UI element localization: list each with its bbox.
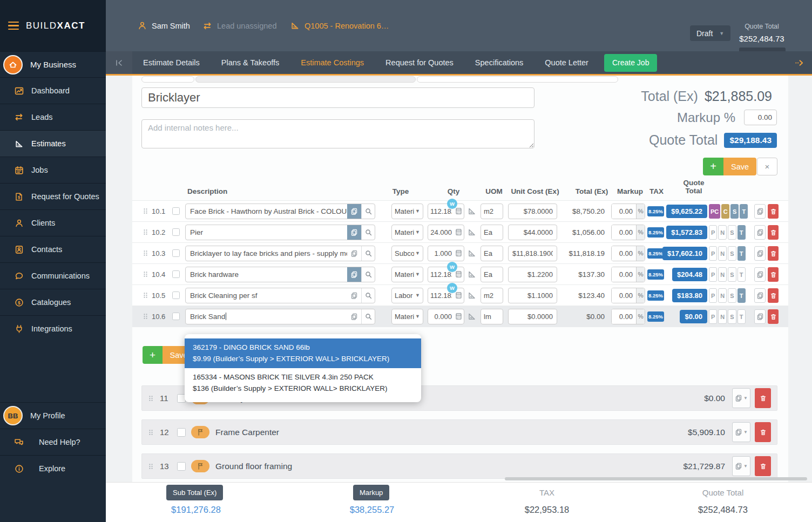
close-button[interactable]: × bbox=[757, 158, 777, 175]
row-markup-input[interactable]: % bbox=[611, 309, 645, 324]
type-select[interactable]: Subcontract▼ bbox=[391, 246, 423, 261]
markup-input[interactable] bbox=[612, 246, 636, 261]
type-select[interactable]: Labor▼ bbox=[391, 288, 423, 303]
copy-description-icon[interactable] bbox=[347, 309, 361, 324]
description-input[interactable]: Brick Cleaning per sf bbox=[185, 288, 375, 303]
tag-button-t[interactable]: T bbox=[737, 225, 746, 240]
copy-row-button[interactable] bbox=[754, 225, 766, 240]
scrolled-subtab[interactable] bbox=[141, 76, 194, 83]
tag-button-s[interactable]: S bbox=[728, 225, 736, 240]
takeoff-icon[interactable] bbox=[468, 228, 476, 236]
sidebar-item-request-for-quotes[interactable]: $Request for Quotes bbox=[0, 183, 106, 209]
tab-estimate-details[interactable]: Estimate Details bbox=[132, 51, 211, 74]
search-catalogue-icon[interactable] bbox=[361, 225, 375, 240]
drag-handle-icon[interactable] bbox=[143, 207, 148, 215]
drag-handle-icon[interactable] bbox=[143, 270, 148, 278]
calculator-icon[interactable] bbox=[455, 228, 462, 236]
tag-button-s[interactable]: S bbox=[728, 267, 736, 282]
drag-handle-icon[interactable] bbox=[143, 313, 148, 320]
description-input[interactable]: Brick Sand bbox=[185, 309, 375, 324]
row-markup-input[interactable]: % bbox=[611, 288, 645, 303]
takeoff-icon[interactable] bbox=[468, 207, 476, 215]
drag-handle-icon[interactable] bbox=[143, 249, 148, 257]
tag-button-t[interactable]: T bbox=[737, 267, 746, 282]
sidebar-item-catalogues[interactable]: $Catalogues bbox=[0, 289, 106, 315]
collapse-sidebar-icon[interactable] bbox=[106, 51, 132, 74]
uom-input[interactable] bbox=[481, 246, 503, 261]
drag-handle-icon[interactable] bbox=[148, 463, 153, 470]
row-markup-input[interactable]: % bbox=[611, 204, 645, 219]
type-select[interactable]: Material▼ bbox=[391, 267, 423, 282]
sidebar-item-my-business[interactable]: My Business bbox=[0, 51, 106, 77]
unit-cost-input[interactable] bbox=[508, 204, 557, 219]
markup-input[interactable] bbox=[612, 288, 636, 303]
tag-button-s[interactable]: S bbox=[728, 309, 736, 324]
unit-cost-input[interactable] bbox=[508, 225, 557, 240]
unit-cost-input[interactable] bbox=[508, 288, 557, 303]
tab-quote-letter[interactable]: Quote Letter bbox=[534, 51, 599, 74]
horizontal-scrollbar[interactable] bbox=[505, 477, 807, 480]
delete-row-button[interactable] bbox=[768, 267, 779, 282]
add-row-button[interactable]: + bbox=[143, 346, 163, 364]
copy-row-button[interactable] bbox=[754, 267, 766, 282]
unit-cost-input[interactable] bbox=[508, 246, 557, 261]
uom-input[interactable] bbox=[481, 225, 503, 240]
takeoff-icon[interactable] bbox=[468, 249, 476, 257]
search-catalogue-icon[interactable] bbox=[361, 204, 375, 219]
add-row-button[interactable]: + bbox=[703, 158, 723, 175]
sidebar-item-communications[interactable]: Communications bbox=[0, 262, 106, 289]
delete-row-button[interactable] bbox=[768, 288, 779, 303]
lead-status[interactable]: Lead unassigned bbox=[202, 0, 276, 51]
copy-row-button[interactable] bbox=[754, 204, 766, 219]
search-catalogue-icon[interactable] bbox=[361, 309, 375, 324]
description-input[interactable]: Brick hardware bbox=[185, 267, 375, 282]
scrolled-subtab[interactable] bbox=[417, 76, 618, 83]
copy-category-button[interactable]: ▼ bbox=[732, 388, 750, 408]
row-markup-input[interactable]: % bbox=[611, 225, 645, 240]
save-button[interactable]: Save bbox=[723, 158, 756, 175]
tag-button-n[interactable]: N bbox=[718, 246, 727, 261]
create-job-button[interactable]: Create Job bbox=[604, 54, 657, 72]
delete-row-button[interactable] bbox=[768, 309, 779, 324]
calculator-icon[interactable] bbox=[455, 207, 462, 215]
scroll-tabs-right-icon[interactable] bbox=[794, 59, 805, 67]
delete-row-button[interactable] bbox=[768, 225, 779, 240]
tag-button-p[interactable]: P bbox=[709, 267, 717, 282]
sidebar-item-dashboard[interactable]: Dashboard bbox=[0, 77, 106, 104]
row-checkbox[interactable] bbox=[172, 249, 180, 257]
copy-description-icon[interactable] bbox=[347, 288, 361, 303]
workup-badge[interactable]: W bbox=[447, 283, 457, 293]
markup-button[interactable]: Markup bbox=[353, 485, 389, 500]
tag-button-s[interactable]: S bbox=[730, 204, 739, 219]
search-catalogue-icon[interactable] bbox=[361, 288, 375, 303]
tag-button-t[interactable]: T bbox=[740, 204, 748, 219]
internal-notes-input[interactable] bbox=[141, 119, 534, 148]
markup-input[interactable] bbox=[612, 267, 636, 282]
copy-row-button[interactable] bbox=[754, 288, 766, 303]
type-select[interactable]: Material▼ bbox=[391, 309, 423, 324]
catalogue-suggestion[interactable]: 362179 - DINGO BRICK SAND 66lb$9.99 (Bui… bbox=[185, 338, 421, 368]
tab-plans-takeoffs[interactable]: Plans & Takeoffs bbox=[211, 51, 290, 74]
drag-handle-icon[interactable] bbox=[143, 291, 148, 299]
copy-category-button[interactable]: ▼ bbox=[732, 422, 750, 442]
assigned-user[interactable]: Sam Smith bbox=[138, 0, 190, 51]
type-select[interactable]: Material▼ bbox=[391, 225, 423, 240]
tag-button-n[interactable]: N bbox=[718, 225, 727, 240]
delete-category-button[interactable] bbox=[755, 388, 771, 408]
uom-input[interactable] bbox=[481, 267, 503, 282]
tag-button-p[interactable]: P bbox=[709, 246, 717, 261]
description-input[interactable]: Bricklayer to lay face bricks and piers … bbox=[185, 246, 375, 261]
tax-rate-badge[interactable]: 8.25% bbox=[647, 248, 664, 259]
tax-rate-badge[interactable]: 8.25% bbox=[647, 206, 664, 216]
delete-category-button[interactable] bbox=[755, 422, 771, 442]
tag-button-p[interactable]: P bbox=[709, 288, 717, 303]
markup-input[interactable] bbox=[612, 225, 636, 240]
tag-button-s[interactable]: S bbox=[728, 246, 736, 261]
row-checkbox[interactable] bbox=[172, 313, 180, 320]
category-checkbox[interactable] bbox=[177, 462, 186, 471]
uom-input[interactable] bbox=[481, 204, 503, 219]
unit-cost-input[interactable] bbox=[508, 309, 557, 324]
tag-button-n[interactable]: N bbox=[718, 288, 727, 303]
calculator-icon[interactable] bbox=[455, 313, 462, 320]
tag-button-pc[interactable]: PC bbox=[709, 204, 720, 219]
